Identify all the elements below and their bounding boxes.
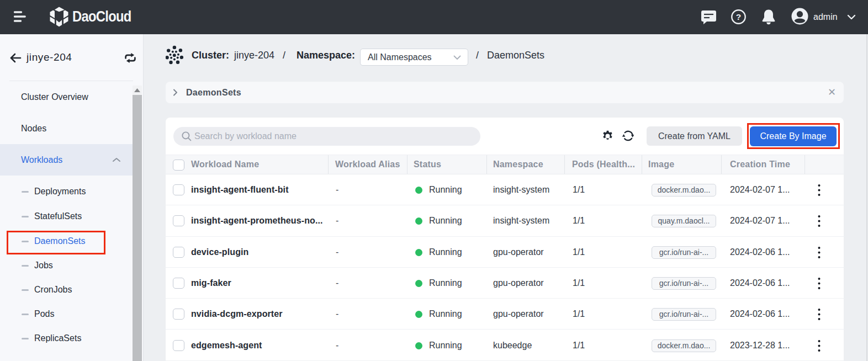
svg-text:?: ? [736,12,741,22]
